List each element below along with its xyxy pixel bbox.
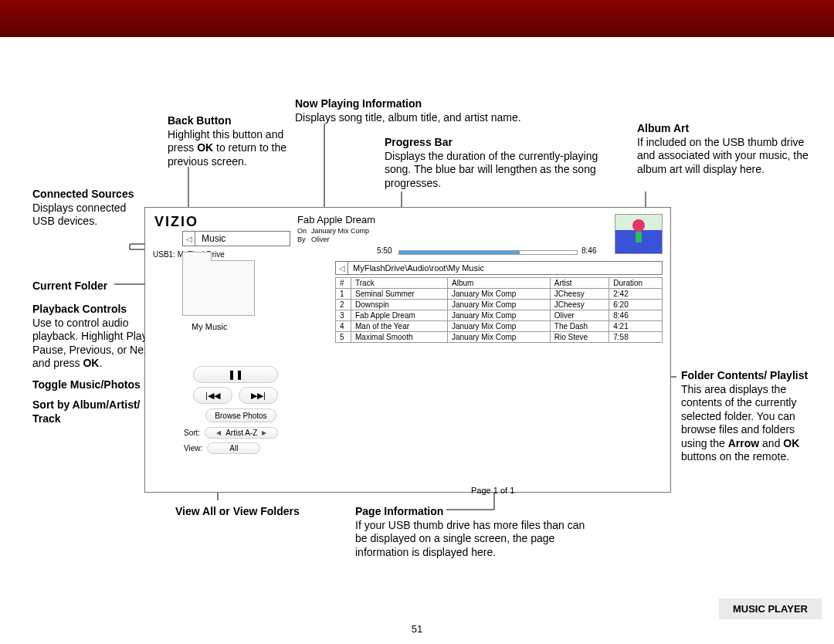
cell-artist: JCheesy	[550, 289, 609, 300]
cell-track: Seminal Summer	[351, 289, 448, 300]
ann-title: Progress Bar	[385, 136, 453, 148]
progress-bar[interactable]	[398, 250, 578, 255]
table-row[interactable]: 1Seminal SummerJanuary Mix CompJCheesy2:…	[336, 289, 663, 300]
cell-track: Man of the Year	[351, 321, 448, 332]
cell-num: 5	[336, 332, 351, 343]
cell-artist: JCheesy	[550, 300, 609, 310]
on-label: On	[297, 227, 311, 236]
vizio-logo: VIZIO	[154, 214, 198, 230]
page-number: 51	[412, 623, 422, 635]
table-row[interactable]: 2DownspinJanuary Mix CompJCheesy6:20	[336, 300, 663, 310]
path-back-icon[interactable]: ◁	[336, 262, 348, 274]
now-playing-meta: OnJanuary Mix Comp ByOliver	[297, 227, 369, 244]
ann-body: Displays connected USB devices.	[32, 202, 126, 228]
col-duration: Duration	[609, 278, 663, 289]
ann-now-playing: Now Playing Information Displays song ti…	[295, 97, 588, 124]
cell-track: Fab Apple Dream	[351, 310, 448, 321]
ann-body: Displays song title, album title, and ar…	[295, 111, 521, 124]
ann-body: If your USB thumb drive has more files t…	[355, 519, 585, 558]
cell-num: 1	[336, 289, 351, 300]
album-art	[615, 214, 663, 254]
path-row: ◁ MyFlashDrive\Audio\root\My Music	[335, 261, 663, 275]
back-arrow-icon[interactable]: ◁	[183, 232, 195, 246]
ann-body: If included on the USB thumb drive and a…	[637, 136, 809, 175]
music-nav-button[interactable]: ◁ Music	[182, 231, 290, 246]
cell-album: January Mix Comp	[448, 321, 551, 332]
ann-title: View All or View Folders	[175, 505, 300, 517]
cell-duration: 6:20	[609, 300, 663, 310]
col-track: Track	[351, 278, 448, 289]
ann-current-folder: Current Folder	[32, 280, 141, 293]
ann-body: Highlight this button and press OK to re…	[168, 128, 286, 168]
view-value: All	[229, 444, 238, 452]
folder-name: My Music	[192, 322, 227, 331]
pause-button[interactable]: ❚❚	[193, 366, 278, 383]
view-label: View:	[184, 444, 202, 452]
folder-icon[interactable]	[182, 260, 255, 316]
ann-title: Toggle Music/Photos	[32, 378, 141, 391]
col-num: #	[336, 278, 351, 289]
folder-tab-icon	[182, 252, 212, 261]
ann-progress-bar: Progress Bar Displays the duration of th…	[385, 136, 616, 190]
prev-button[interactable]: |◀◀	[193, 387, 232, 404]
ann-body: Use to control audio playback. Highlight…	[32, 317, 152, 370]
sort-selector[interactable]: ◀Artist A-Z▶	[205, 427, 278, 439]
header-bar	[0, 0, 834, 37]
col-album: Album	[448, 278, 551, 289]
by-value: Oliver	[311, 236, 330, 243]
on-value: January Mix Comp	[311, 227, 369, 235]
ann-title: Playback Controls	[32, 303, 127, 315]
ann-title: Page Information	[355, 505, 443, 517]
ann-album-art: Album Art If included on the USB thumb d…	[637, 122, 811, 176]
time-total: 8:46	[581, 246, 596, 255]
ann-title: Back Button	[168, 114, 231, 127]
view-row: View: All	[184, 442, 260, 454]
footer-section-label: MUSIC PLAYER	[719, 598, 822, 619]
view-selector[interactable]: All	[207, 442, 260, 454]
next-button[interactable]: ▶▶|	[239, 387, 278, 404]
cell-num: 3	[336, 310, 351, 321]
prev-next-row: |◀◀ ▶▶|	[193, 387, 278, 404]
path-text: MyFlashDrive\Audio\root\My Music	[348, 263, 484, 273]
cell-album: January Mix Comp	[448, 310, 551, 321]
by-label: By	[297, 236, 311, 244]
sort-right-icon: ▶	[262, 429, 266, 436]
time-elapsed: 5:50	[377, 246, 392, 255]
cell-duration: 2:42	[609, 289, 663, 300]
ann-back-button: Back Button Highlight this button and pr…	[168, 114, 307, 168]
sort-row: Sort: ◀Artist A-Z▶	[184, 427, 278, 439]
page-info-text: Page 1 of 1	[471, 486, 514, 495]
ann-page-info: Page Information If your USB thumb drive…	[355, 505, 587, 559]
ann-folder-contents: Folder Contents/ Playlist This area disp…	[681, 369, 816, 464]
ann-title: Sort by Album/Artist/ Track	[32, 398, 141, 425]
table-row[interactable]: 3Fab Apple DreamJanuary Mix CompOliver8:…	[336, 310, 663, 321]
cell-duration: 7:58	[609, 332, 663, 343]
cell-album: January Mix Comp	[448, 332, 551, 343]
browse-photos-button[interactable]: Browse Photos	[205, 408, 276, 422]
cell-track: Downspin	[351, 300, 448, 310]
ann-connected-sources: Connected Sources Displays connected USB…	[32, 188, 141, 229]
music-label: Music	[195, 233, 225, 244]
table-row[interactable]: 5Maximal SmoothJanuary Mix CompRio Steve…	[336, 332, 663, 343]
ann-body: This area displays the contents of the c…	[681, 383, 799, 463]
col-artist: Artist	[550, 278, 609, 289]
ann-title: Album Art	[637, 122, 689, 134]
sort-value: Artist A-Z	[225, 429, 257, 437]
now-playing-title: Fab Apple Dream	[297, 214, 375, 225]
cell-track: Maximal Smooth	[351, 332, 448, 343]
cell-duration: 8:46	[609, 310, 663, 321]
cell-album: January Mix Comp	[448, 289, 551, 300]
page-content: Back Button Highlight this button and pr…	[0, 37, 834, 644]
ann-title: Folder Contents/ Playlist	[681, 369, 808, 381]
ann-title: Current Folder	[32, 280, 107, 292]
table-row[interactable]: 4Man of the YearJanuary Mix CompThe Dash…	[336, 321, 663, 332]
cell-artist: Oliver	[550, 310, 609, 321]
progress-fill	[399, 251, 520, 254]
ann-body: Displays the duration of the currently-p…	[385, 150, 598, 189]
cell-duration: 4:21	[609, 321, 663, 332]
table-header-row: # Track Album Artist Duration	[336, 278, 663, 289]
ann-title: Now Playing Information	[295, 97, 422, 110]
cell-num: 2	[336, 300, 351, 310]
music-player-panel: VIZIO ◁ Music USB1: MyFlashDrive My Musi…	[144, 207, 671, 493]
cell-num: 4	[336, 321, 351, 332]
